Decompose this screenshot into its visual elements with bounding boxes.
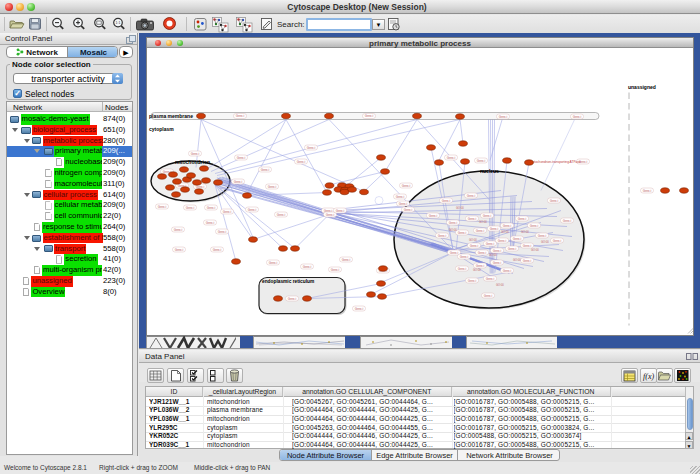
svg-text:Gene-t: Gene-t	[503, 224, 512, 228]
svg-text:Gene-t: Gene-t	[174, 228, 183, 232]
svg-text:Gene-t: Gene-t	[223, 210, 232, 214]
svg-text:Gene-t: Gene-t	[207, 206, 216, 210]
svg-text:Gene-t: Gene-t	[467, 194, 476, 198]
svg-text:Gene-t: Gene-t	[248, 208, 257, 212]
svg-text:Gene-t: Gene-t	[326, 213, 335, 217]
svg-text:Gene-t: Gene-t	[493, 261, 502, 265]
svg-text:Gene-t: Gene-t	[303, 265, 312, 269]
svg-text:unassigned: unassigned	[628, 84, 656, 90]
svg-text:Gene-t: Gene-t	[476, 229, 485, 233]
svg-text:Gene-t: Gene-t	[490, 227, 499, 231]
svg-text:nucleus: nucleus	[480, 168, 499, 174]
svg-text:Gene-t: Gene-t	[236, 114, 245, 118]
svg-text:Gene-t: Gene-t	[523, 259, 532, 263]
svg-text:f(x): f(x)	[643, 372, 654, 381]
svg-text:Gene-t: Gene-t	[468, 279, 477, 283]
svg-text:endoplasmic reticulum: endoplasmic reticulum	[262, 279, 314, 284]
svg-text:Gene-t: Gene-t	[297, 160, 306, 164]
svg-text:Gene-t: Gene-t	[218, 230, 227, 234]
svg-text:GO:00: GO:00	[531, 248, 539, 252]
svg-text:Gene-t: Gene-t	[460, 255, 469, 259]
svg-text:Gene-t: Gene-t	[493, 249, 502, 253]
svg-text:Gene-t: Gene-t	[336, 209, 345, 213]
svg-text:Gene-t: Gene-t	[499, 115, 508, 119]
svg-text:Gene-t: Gene-t	[523, 244, 532, 248]
svg-text:Gene-t: Gene-t	[486, 277, 495, 281]
svg-text:Gene-t: Gene-t	[396, 195, 405, 199]
svg-text:GO:00: GO:00	[469, 238, 477, 242]
svg-text:Gene-t: Gene-t	[186, 206, 195, 210]
svg-text:Gene-t: Gene-t	[261, 168, 270, 172]
svg-text:Gene-t: Gene-t	[438, 234, 447, 238]
svg-text:Gene-t: Gene-t	[503, 269, 512, 273]
svg-text:Gene-t: Gene-t	[288, 297, 297, 301]
svg-text:Gene-t: Gene-t	[268, 185, 277, 189]
svg-text:Gene-t: Gene-t	[563, 219, 572, 223]
svg-text:Gene-t: Gene-t	[237, 156, 246, 160]
svg-text:GO:00: GO:00	[496, 283, 504, 287]
svg-text:Gene-t: Gene-t	[442, 199, 451, 203]
svg-text:GO:00: GO:00	[489, 253, 497, 257]
svg-text:GO:00: GO:00	[513, 258, 521, 262]
svg-text:Gene-t: Gene-t	[447, 156, 456, 160]
svg-text:Gene-t: Gene-t	[342, 258, 351, 262]
svg-text:Gene-t: Gene-t	[269, 261, 278, 265]
svg-text:Gene-t: Gene-t	[331, 268, 340, 272]
svg-text:plasma membrane: plasma membrane	[149, 113, 193, 119]
svg-text:Gene-t: Gene-t	[513, 237, 522, 241]
svg-text:Gene-t: Gene-t	[365, 114, 374, 118]
svg-text:GO:00: GO:00	[456, 206, 464, 210]
svg-text:1:1: 1:1	[116, 21, 121, 25]
svg-text:Gene-t: Gene-t	[484, 294, 493, 298]
svg-text:Gene-t: Gene-t	[468, 217, 477, 221]
svg-text:Gene-t: Gene-t	[508, 247, 517, 251]
svg-text:mitochondrion-transporting ATP: mitochondrion-transporting ATPase	[531, 160, 581, 164]
svg-text:Gene-t: Gene-t	[538, 234, 547, 238]
svg-text:Gene-t: Gene-t	[277, 213, 286, 217]
svg-text:Gene-t: Gene-t	[355, 307, 364, 311]
svg-text:Gene-t: Gene-t	[191, 152, 200, 156]
svg-text:Gene-t: Gene-t	[518, 217, 527, 221]
svg-text:Gene-t: Gene-t	[458, 267, 467, 271]
svg-text:GO:00: GO:00	[449, 228, 457, 232]
svg-text:GO:00: GO:00	[521, 230, 529, 234]
svg-text:Gene-t: Gene-t	[476, 264, 485, 268]
svg-text:GO:00: GO:00	[479, 220, 487, 224]
svg-text:Gene-t: Gene-t	[643, 189, 652, 193]
svg-text:Gene-t: Gene-t	[498, 239, 507, 243]
svg-text:Gene-t: Gene-t	[307, 146, 316, 150]
svg-text:Gene-t: Gene-t	[486, 242, 495, 246]
svg-text:Gene-t: Gene-t	[175, 248, 184, 252]
svg-text:Gene-t: Gene-t	[158, 205, 167, 209]
svg-text:Gene-t: Gene-t	[234, 180, 243, 184]
svg-text:Gene-t: Gene-t	[399, 202, 408, 206]
svg-text:cytoplasm: cytoplasm	[149, 126, 174, 132]
svg-text:GO:00: GO:00	[541, 240, 549, 244]
svg-text:Gene-t: Gene-t	[458, 231, 467, 235]
svg-text:Gene-t: Gene-t	[402, 184, 411, 188]
svg-text:mitochondrion: mitochondrion	[175, 159, 210, 165]
svg-text:Gene-t: Gene-t	[449, 221, 458, 225]
svg-text:Gene-t: Gene-t	[450, 251, 459, 255]
svg-text:Gene-t: Gene-t	[206, 221, 215, 225]
svg-text:GO:00: GO:00	[501, 230, 509, 234]
svg-text:Gene-t: Gene-t	[483, 214, 492, 218]
svg-text:Gene-t: Gene-t	[470, 244, 479, 248]
svg-text:Gene-t: Gene-t	[404, 208, 413, 212]
svg-text:Gene-t: Gene-t	[478, 251, 487, 255]
svg-text:Gene-t: Gene-t	[550, 199, 559, 203]
svg-text:Gene-t: Gene-t	[553, 239, 562, 243]
svg-text:Gene-t: Gene-t	[573, 115, 582, 119]
svg-text:Gene-t: Gene-t	[429, 214, 438, 218]
svg-text:Gene-t: Gene-t	[530, 224, 539, 228]
svg-text:GO:00: GO:00	[473, 268, 481, 272]
svg-text:Gene-t: Gene-t	[477, 159, 486, 163]
svg-text:Gene-t: Gene-t	[213, 248, 222, 252]
